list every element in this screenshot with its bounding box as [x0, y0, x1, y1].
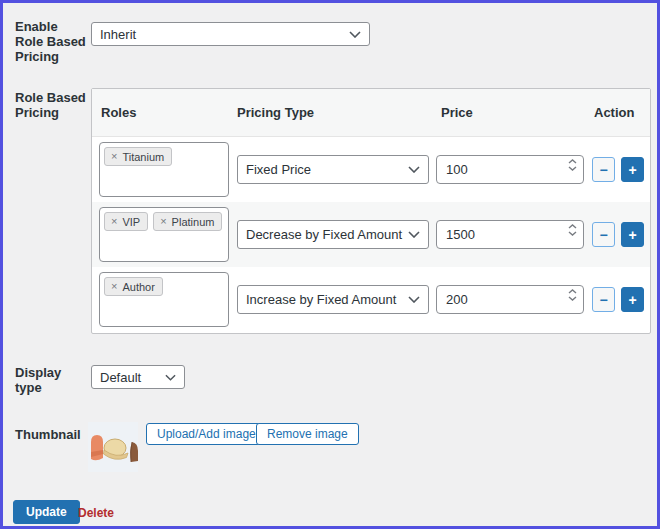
role-based-pricing-panel: Enable Role Based Pricing Inherit Role B…: [0, 0, 660, 529]
number-stepper-icon[interactable]: [568, 224, 577, 236]
remove-tag-icon[interactable]: ×: [111, 151, 117, 162]
thumbnail-image: [88, 422, 138, 472]
remove-image-button[interactable]: Remove image: [256, 423, 359, 445]
update-button[interactable]: Update: [13, 500, 80, 524]
pricing-type-value: Increase by Fixed Amount: [246, 292, 396, 307]
remove-tag-icon[interactable]: ×: [111, 281, 117, 292]
number-stepper-icon[interactable]: [568, 159, 577, 171]
thumbnail-label: Thumbnail: [15, 427, 81, 442]
column-header-roles: Roles: [101, 105, 136, 120]
role-tag: × Author: [104, 277, 163, 296]
chevron-down-icon: [165, 374, 176, 381]
roles-multiselect[interactable]: × VIP × Platinum: [99, 207, 229, 262]
role-tag: × Titanium: [104, 147, 172, 166]
remove-row-button[interactable]: −: [592, 157, 615, 182]
table-row: × Titanium Fixed Price − +: [92, 137, 650, 202]
table-row: × VIP × Platinum Decrease by Fixed Amoun…: [92, 202, 650, 267]
chevron-down-icon: [408, 166, 420, 173]
enable-role-based-pricing-select[interactable]: Inherit: [91, 22, 370, 46]
role-tag-label: VIP: [122, 216, 140, 228]
display-type-select[interactable]: Default: [91, 365, 185, 389]
roles-multiselect[interactable]: × Author: [99, 272, 229, 327]
role-based-pricing-label: Role Based Pricing: [15, 90, 87, 120]
pricing-type-value: Decrease by Fixed Amount: [246, 227, 402, 242]
add-row-button[interactable]: +: [621, 222, 644, 247]
remove-row-button[interactable]: −: [592, 222, 615, 247]
remove-row-button[interactable]: −: [592, 287, 615, 312]
role-tag-label: Titanium: [122, 151, 164, 163]
remove-tag-icon[interactable]: ×: [160, 216, 166, 227]
display-type-label: Display type: [15, 365, 75, 395]
table-header-row: Roles Pricing Type Price Action: [92, 89, 650, 137]
role-tag: × Platinum: [153, 212, 222, 231]
caps-product-image: [88, 422, 138, 472]
table-row: × Author Increase by Fixed Amount − +: [92, 267, 650, 332]
enable-role-based-pricing-label: Enable Role Based Pricing: [15, 19, 87, 64]
remove-tag-icon[interactable]: ×: [111, 216, 117, 227]
pricing-type-value: Fixed Price: [246, 162, 311, 177]
role-tag-label: Platinum: [172, 216, 215, 228]
chevron-down-icon: [349, 31, 361, 38]
column-header-price: Price: [441, 105, 473, 120]
role-tag: × VIP: [104, 212, 148, 231]
pricing-type-select[interactable]: Increase by Fixed Amount: [237, 285, 429, 314]
add-row-button[interactable]: +: [621, 157, 644, 182]
column-header-action: Action: [594, 105, 634, 120]
role-pricing-table: Roles Pricing Type Price Action × Titani…: [91, 88, 651, 334]
delete-link[interactable]: Delete: [78, 506, 114, 520]
display-type-value: Default: [100, 370, 141, 385]
role-tag-label: Author: [122, 281, 154, 293]
price-input[interactable]: [436, 285, 584, 314]
upload-add-image-button[interactable]: Upload/Add image: [146, 423, 267, 445]
number-stepper-icon[interactable]: [568, 289, 577, 301]
price-input[interactable]: [436, 220, 584, 249]
enable-role-based-pricing-value: Inherit: [100, 27, 136, 42]
column-header-pricing-type: Pricing Type: [237, 105, 314, 120]
roles-multiselect[interactable]: × Titanium: [99, 142, 229, 197]
add-row-button[interactable]: +: [621, 287, 644, 312]
chevron-down-icon: [408, 231, 420, 238]
price-input[interactable]: [436, 155, 584, 184]
pricing-type-select[interactable]: Fixed Price: [237, 155, 429, 184]
chevron-down-icon: [408, 296, 420, 303]
pricing-type-select[interactable]: Decrease by Fixed Amount: [237, 220, 429, 249]
